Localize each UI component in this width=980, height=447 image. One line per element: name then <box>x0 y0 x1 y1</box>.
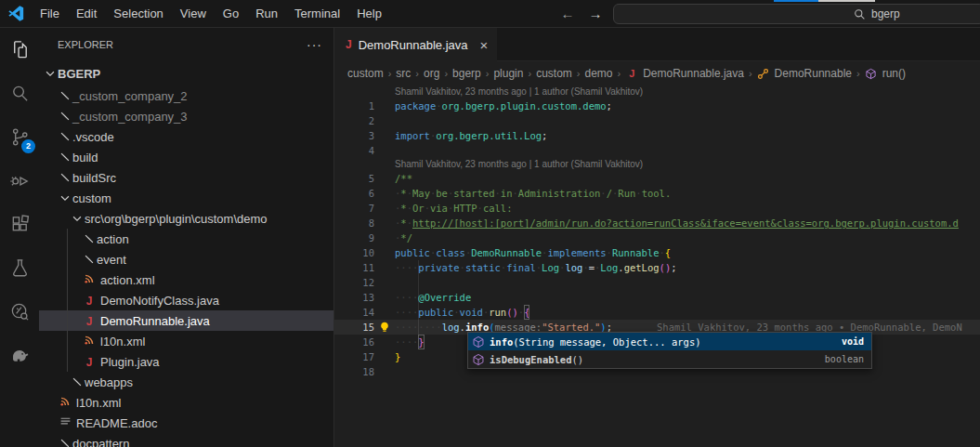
line-number: 14 <box>334 305 374 320</box>
tree-item-label: build <box>72 151 98 164</box>
file-tree: _custom_company_2_custom_company_3.vscod… <box>39 85 333 447</box>
nav-back-icon[interactable]: ← <box>556 4 579 24</box>
breadcrumb-custom[interactable]: custom <box>536 67 572 80</box>
code-line-11[interactable]: 11····private·static·final·Log·log·=·Log… <box>334 260 980 275</box>
tree-item-demonotifyclass.java[interactable]: JDemoNotifyClass.java <box>39 290 333 310</box>
menu-help[interactable]: Help <box>348 4 390 24</box>
tree-item-build[interactable]: build <box>39 147 333 167</box>
tree-item-src-org-bgerp-plugin-custom-demo[interactable]: src\org\bgerp\plugin\custom\demo <box>39 208 333 229</box>
nav-forward-icon[interactable]: → <box>584 4 607 24</box>
tree-item-action[interactable]: action <box>39 229 333 249</box>
gitlens-icon[interactable] <box>0 290 39 334</box>
tree-item-docpattern[interactable]: docpattern <box>39 433 333 447</box>
code-line-1[interactable]: 1package·org.bgerp.plugin.custom.demo; <box>334 99 980 113</box>
tree-item-label: action <box>97 232 129 246</box>
codelens-blame[interactable]: Shamil Vakhitov, 23 months ago | 1 autho… <box>334 158 980 171</box>
tree-item-custom[interactable]: custom <box>39 188 333 208</box>
run-debug-icon[interactable] <box>0 159 39 203</box>
lightbulb-icon[interactable] <box>379 322 390 333</box>
line-number: 12 <box>334 275 374 290</box>
line-number: 15 <box>334 320 374 335</box>
testing-icon[interactable] <box>0 246 39 290</box>
code-line-7[interactable]: 7·*·Or·via·HTTP·call: <box>334 201 980 216</box>
breadcrumb-method[interactable]: run() <box>882 67 906 80</box>
java-file-icon: J <box>82 355 97 369</box>
breadcrumb-separator: › <box>388 68 392 79</box>
chevron-right-icon <box>82 253 97 266</box>
code-line-4[interactable]: 4 <box>334 143 980 158</box>
search-view-icon[interactable] <box>0 72 39 115</box>
tree-item-demorunnable.java[interactable]: JDemoRunnable.java <box>39 310 333 331</box>
menu-terminal[interactable]: Terminal <box>286 4 348 24</box>
tree-item-label: DemoNotifyClass.java <box>100 294 219 308</box>
codelens-blame[interactable]: Shamil Vakhitov, 23 months ago | 1 autho… <box>334 85 980 99</box>
menu-run[interactable]: Run <box>247 4 286 24</box>
code-line-5[interactable]: 5/** <box>334 171 980 186</box>
tab-label: DemoRunnable.java <box>359 38 468 52</box>
code-line-12[interactable]: 12 <box>334 275 980 290</box>
workspace-section[interactable]: BGERP <box>39 61 333 85</box>
chevron-down-icon <box>43 67 58 80</box>
xml-file-icon <box>58 395 72 410</box>
explorer-title: EXPLORER <box>58 39 307 50</box>
breadcrumb-class[interactable]: DemoRunnable <box>775 67 852 80</box>
suggestion-detail: (String message, Object... args) <box>513 336 700 348</box>
suggestion-isdebugenabled[interactable]: isDebugEnabled() boolean <box>468 350 871 368</box>
breadcrumb-demo[interactable]: demo <box>584 67 612 80</box>
code-editor[interactable]: Shamil Vakhitov, 23 months ago | 1 autho… <box>334 85 980 447</box>
editor-group: J DemoRunnable.java × custom›src›org›bge… <box>334 28 980 447</box>
tree-item-.vscode[interactable]: .vscode <box>39 126 333 147</box>
tree-item-label: docpattern <box>72 437 129 447</box>
chevron-right-icon <box>58 110 72 123</box>
explorer-icon[interactable] <box>0 28 39 72</box>
tree-item-l10n.xml[interactable]: l10n.xml <box>39 392 333 413</box>
breadcrumb-file[interactable]: DemoRunnable.java <box>643 67 744 80</box>
code-line-3[interactable]: 3import·org.bgerp.util.Log; <box>334 128 980 143</box>
line-number: 13 <box>334 290 374 305</box>
tree-item-plugin.java[interactable]: JPlugin.java <box>39 351 333 372</box>
search-value: bgerp <box>871 7 900 20</box>
menu-edit[interactable]: Edit <box>68 4 105 24</box>
adoc-file-icon <box>58 415 72 430</box>
tree-item-buildsrc[interactable]: buildSrc <box>39 167 333 188</box>
tree-item-_custom_company_2[interactable]: _custom_company_2 <box>39 85 333 106</box>
code-line-8[interactable]: 8·*·http://[host]:[port]/admin/run.do?ac… <box>334 216 980 230</box>
tab-close-icon[interactable]: × <box>479 37 488 53</box>
breadcrumb-plugin[interactable]: plugin <box>493 67 523 80</box>
xml-file-icon <box>82 272 97 287</box>
menu-selection[interactable]: Selection <box>105 4 171 24</box>
menu-go[interactable]: Go <box>215 4 247 24</box>
tree-item-label: l10n.xml <box>76 396 121 410</box>
menu-bar: FileEditSelectionViewGoRunTerminalHelp <box>32 4 390 24</box>
code-line-2[interactable]: 2 <box>334 113 980 128</box>
tree-item-l10n.xml[interactable]: l10n.xml <box>39 331 333 351</box>
breadcrumb-org[interactable]: org <box>424 67 439 80</box>
gradle-icon[interactable] <box>0 334 39 377</box>
tab-demorunnable[interactable]: J DemoRunnable.java × <box>334 28 497 61</box>
tree-item-event[interactable]: event <box>39 249 333 270</box>
code-line-13[interactable]: 13····@Override <box>334 290 980 305</box>
source-control-icon[interactable]: 2 <box>0 115 39 159</box>
menu-view[interactable]: View <box>172 4 215 24</box>
extensions-icon[interactable] <box>0 203 39 246</box>
java-file-icon: J <box>625 67 638 80</box>
code-line-10[interactable]: 10public·class·DemoRunnable·implements·R… <box>334 245 980 260</box>
java-file-icon: J <box>82 294 97 308</box>
chevron-right-icon <box>58 437 72 447</box>
breadcrumb-bgerp[interactable]: bgerp <box>452 67 481 80</box>
breadcrumb-src[interactable]: src <box>396 67 411 80</box>
method-icon <box>865 67 878 80</box>
explorer-more-actions-icon[interactable]: ··· <box>307 37 322 52</box>
command-center-search[interactable]: bgerp <box>613 4 980 24</box>
breadcrumb-custom[interactable]: custom <box>347 67 384 80</box>
suggestion-info[interactable]: info(String message, Object... args) voi… <box>468 333 871 350</box>
code-line-9[interactable]: 9·*/ <box>334 230 980 245</box>
code-line-14[interactable]: 14····public·void·run()·{ <box>334 305 980 320</box>
line-number: 1 <box>334 99 374 113</box>
tree-item-readme.adoc[interactable]: README.adoc <box>39 413 333 433</box>
tree-item-action.xml[interactable]: action.xml <box>39 270 333 290</box>
code-line-6[interactable]: 6·*·May·be·started·in·Administration·/·R… <box>334 186 980 201</box>
menu-file[interactable]: File <box>32 4 68 24</box>
tree-item-_custom_company_3[interactable]: _custom_company_3 <box>39 106 333 126</box>
tree-item-webapps[interactable]: webapps <box>39 372 333 392</box>
